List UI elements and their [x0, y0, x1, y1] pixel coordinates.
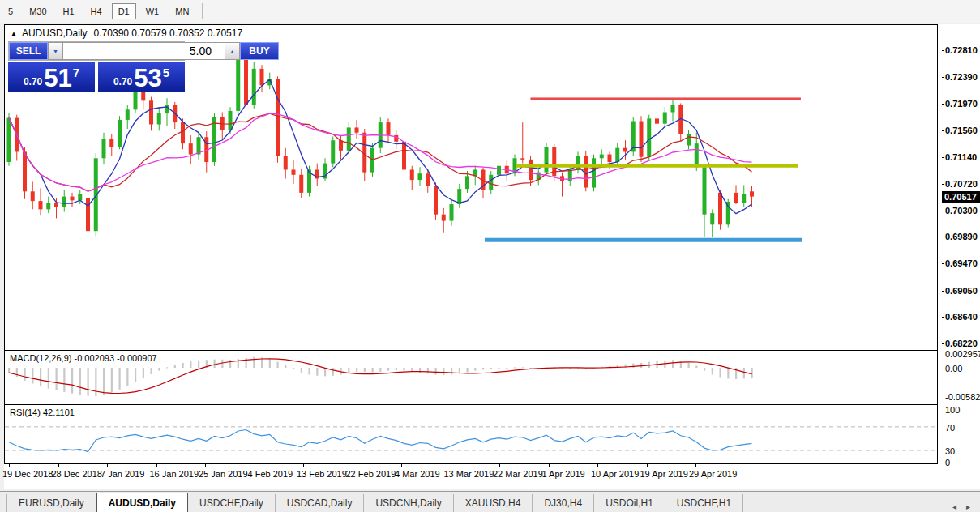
timeframe-button-h4[interactable]: H4	[84, 3, 109, 19]
chart-tab-xauusd-h4[interactable]: XAUUSD,H4	[454, 494, 533, 512]
rsi-line	[9, 430, 752, 452]
price-axis-label: 0.71140	[945, 152, 977, 162]
candle	[687, 130, 691, 150]
timeframe-button-5[interactable]: 5	[2, 3, 19, 19]
candle	[220, 113, 225, 139]
timeframe-button-m30[interactable]: M30	[23, 3, 53, 19]
symbol-marker-icon: ▲	[11, 30, 17, 37]
date-axis-label: 28 Dec 2018	[52, 469, 102, 479]
macd-indicator-pane[interactable]: MACD(12,26,9) -0.002093 -0.000907	[4, 351, 938, 405]
date-axis-tick	[597, 464, 598, 467]
macd-label: MACD(12,26,9) -0.002093 -0.000907	[10, 353, 157, 363]
date-axis-tick	[9, 464, 10, 467]
candle	[118, 116, 122, 149]
candle	[742, 185, 746, 207]
timeframe-button-d1[interactable]: D1	[112, 3, 136, 19]
date-axis-tick	[647, 464, 648, 467]
candle	[497, 162, 501, 180]
candle	[212, 113, 216, 166]
tab-scroll-left-icon[interactable]: ◂	[948, 501, 961, 512]
candle	[537, 169, 541, 186]
rsi-label: RSI(14) 42.1101	[10, 407, 75, 417]
chart-tab-usdoil-h1[interactable]: USDOil,H1	[594, 494, 665, 512]
toolbar-separator	[202, 3, 203, 19]
date-axis-tick	[353, 464, 353, 467]
sell-price-button[interactable]: 0.70 51 7	[8, 62, 95, 92]
candle	[229, 107, 233, 134]
timeframe-button-mn[interactable]: MN	[169, 3, 195, 19]
chart-tab-usdcnh-daily[interactable]: USDCNH,Daily	[364, 494, 453, 512]
date-axis-tick	[255, 464, 255, 467]
rsi-indicator-pane[interactable]: RSI(14) 42.1101	[4, 405, 938, 464]
price-axis-label: 0.69890	[945, 232, 978, 241]
lot-increase-button[interactable]: ▲	[225, 42, 240, 60]
date-axis-label: 13 Feb 2019	[297, 469, 347, 479]
price-chart-pane[interactable]: ▲AUDUSD,Daily0.70390 0.70579 0.70352 0.7…	[4, 24, 938, 351]
chart-tab-usdchf-h1[interactable]: USDCHF,H1	[665, 494, 743, 512]
buy-button[interactable]: BUY	[240, 42, 279, 60]
chart-tab-dj30-h4[interactable]: DJ30,H4	[533, 494, 594, 512]
date-axis-label: 25 Jan 2019	[199, 469, 248, 479]
chart-tab-audusd-daily[interactable]: AUDUSD,Daily	[96, 493, 188, 512]
date-axis-label: 19 Dec 2018	[2, 469, 53, 479]
buy-price-button[interactable]: 0.70 53 5	[98, 62, 185, 92]
chart-symbol-label: AUDUSD,Daily	[22, 28, 88, 39]
candle	[734, 185, 738, 204]
support-line[interactable]	[485, 238, 802, 242]
candle	[655, 111, 659, 130]
rsi-chart-canvas[interactable]	[5, 405, 937, 463]
price-axis-label: 0.71970	[945, 99, 978, 109]
candle	[592, 155, 596, 192]
date-axis-label: 10 Apr 2019	[591, 469, 639, 479]
lot-decrease-button[interactable]: ▼	[48, 42, 63, 60]
candle	[640, 116, 644, 162]
date-axis-label: 7 Jan 2019	[101, 469, 144, 479]
lot-size-input[interactable]	[63, 42, 225, 60]
candle	[631, 117, 636, 156]
sell-price-main: 51	[44, 66, 71, 91]
pivot-line[interactable]	[516, 164, 798, 168]
candle	[347, 122, 351, 154]
price-axis-tick	[942, 211, 944, 211]
price-axis-tick	[942, 50, 944, 51]
candle	[671, 98, 675, 121]
price-axis-tick	[942, 237, 944, 237]
date-axis-tick	[205, 464, 206, 467]
candle	[284, 148, 288, 179]
candle	[387, 118, 391, 143]
price-axis-label: 0.72390	[945, 72, 978, 82]
candle	[418, 167, 422, 186]
resistance-line[interactable]	[531, 97, 801, 100]
chart-ohlc-values: 0.70390 0.70579 0.70352 0.70517	[94, 28, 243, 39]
price-axis-tick	[942, 104, 944, 105]
date-axis-tick	[401, 464, 402, 467]
timeframe-button-w1[interactable]: W1	[139, 3, 166, 19]
date-axis-label: 29 Apr 2019	[689, 469, 737, 479]
buy-price-main: 53	[134, 66, 161, 91]
timeframe-button-h1[interactable]: H1	[57, 3, 81, 19]
price-axis-label: 0.68220	[945, 339, 978, 348]
date-axis-tick	[695, 464, 696, 467]
price-axis-tick	[942, 157, 944, 158]
sell-button[interactable]: SELL	[9, 42, 48, 60]
candle	[489, 171, 493, 194]
tab-scroll-right-icon[interactable]: ▸	[961, 501, 975, 512]
candle	[584, 151, 588, 191]
date-axis-label: 16 Jan 2019	[150, 469, 199, 479]
price-axis-label: 0.71560	[945, 126, 978, 135]
sell-price-prefix: 0.70	[24, 76, 42, 87]
candle	[481, 167, 486, 198]
chart-tab-usdchf-daily[interactable]: USDCHF,Daily	[188, 494, 276, 512]
candle	[710, 209, 714, 237]
candle	[189, 135, 193, 164]
date-axis-label: 22 Feb 2019	[346, 469, 396, 479]
chart-tab-eurusd-daily[interactable]: EURUSD,Daily	[6, 494, 96, 512]
candle	[450, 199, 454, 226]
candle	[410, 166, 414, 190]
chart-tab-usdcad-daily[interactable]: USDCAD,Daily	[276, 494, 365, 512]
chart-tab-bar: EURUSD,DailyAUDUSD,DailyUSDCHF,DailyUSDC…	[0, 491, 980, 512]
macd-axis-label: -0.005825	[945, 392, 980, 402]
candle	[197, 133, 201, 160]
date-axis-tick	[549, 464, 550, 467]
candle	[31, 181, 35, 209]
